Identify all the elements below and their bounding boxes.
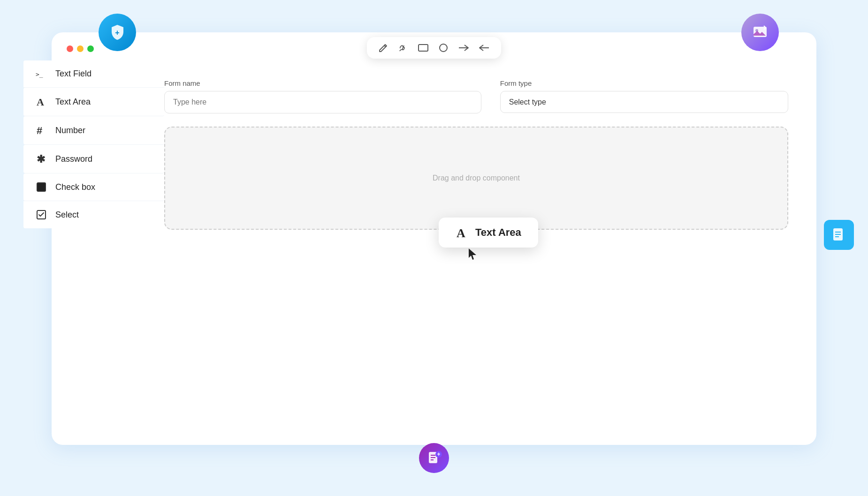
sidebar-item-select[interactable]: Select (23, 201, 164, 228)
sidebar: >_ Text Field A Text Area # (23, 60, 164, 228)
checkbox-icon (35, 182, 48, 192)
pencil-tool[interactable] (378, 43, 388, 53)
select-icon (35, 210, 48, 220)
content-area: Form name Form type Select type Drag and… (164, 79, 788, 417)
form-name-input[interactable] (164, 91, 481, 113)
svg-text:A: A (37, 96, 44, 107)
window-controls (67, 45, 94, 52)
dot-red[interactable] (67, 45, 73, 52)
number-icon: # (35, 125, 48, 136)
circle-tool[interactable] (438, 43, 449, 53)
dot-yellow[interactable] (77, 45, 84, 52)
arrow-right-tool[interactable] (458, 44, 469, 52)
svg-point-14 (440, 44, 447, 52)
svg-text:+: + (437, 451, 440, 458)
svg-text:>_: >_ (36, 71, 43, 78)
sidebar-item-label: Check box (55, 182, 95, 192)
sidebar-item-number[interactable]: # Number (23, 116, 164, 145)
dragging-label: Text Area (475, 226, 521, 239)
image-icon (741, 14, 779, 51)
text-area-icon: A (35, 96, 48, 107)
sidebar-item-label: Number (55, 126, 85, 135)
sidebar-item-label: Password (55, 154, 92, 164)
sidebar-item-label: Text Field (55, 69, 91, 79)
doc-bottom-icon: + (419, 443, 449, 473)
svg-text:✱: ✱ (37, 153, 46, 165)
brush-tool[interactable] (398, 43, 408, 53)
text-field-icon: >_ (35, 70, 48, 78)
form-type-select[interactable]: Select type (500, 91, 788, 113)
doc-right-icon (824, 220, 854, 250)
form-type-group: Form type Select type (500, 79, 788, 113)
sidebar-item-text-area[interactable]: A Text Area (23, 88, 164, 116)
form-name-group: Form name (164, 79, 481, 113)
dragging-component[interactable]: A Text Area (439, 218, 538, 248)
sidebar-item-checkbox[interactable]: Check box (23, 173, 164, 201)
drop-zone[interactable]: Drag and drop component A Text Area (164, 127, 788, 230)
dragging-icon: A (456, 226, 469, 239)
sidebar-item-label: Select (55, 210, 79, 220)
dot-green[interactable] (87, 45, 94, 52)
svg-rect-13 (419, 45, 428, 51)
shield-icon: + (99, 14, 136, 51)
svg-text:A: A (457, 226, 465, 239)
svg-text:+: + (115, 29, 119, 37)
sidebar-item-password[interactable]: ✱ Password (23, 145, 164, 173)
form-row: Form name Form type Select type (164, 79, 788, 113)
main-card: >_ Text Field A Text Area # (52, 32, 816, 445)
arrow-left-tool[interactable] (479, 44, 490, 52)
password-icon: ✱ (35, 153, 48, 165)
form-name-label: Form name (164, 79, 481, 87)
drop-zone-text: Drag and drop component (433, 174, 520, 182)
sidebar-item-text-field[interactable]: >_ Text Field (23, 60, 164, 88)
outer-wrapper: + + (23, 23, 845, 473)
cursor-arrow (467, 247, 478, 262)
rectangle-tool[interactable] (418, 44, 429, 52)
svg-rect-21 (37, 183, 46, 191)
sidebar-item-label: Text Area (55, 97, 91, 107)
toolbar (367, 37, 501, 59)
svg-text:#: # (37, 125, 42, 136)
form-type-label: Form type (500, 79, 788, 87)
